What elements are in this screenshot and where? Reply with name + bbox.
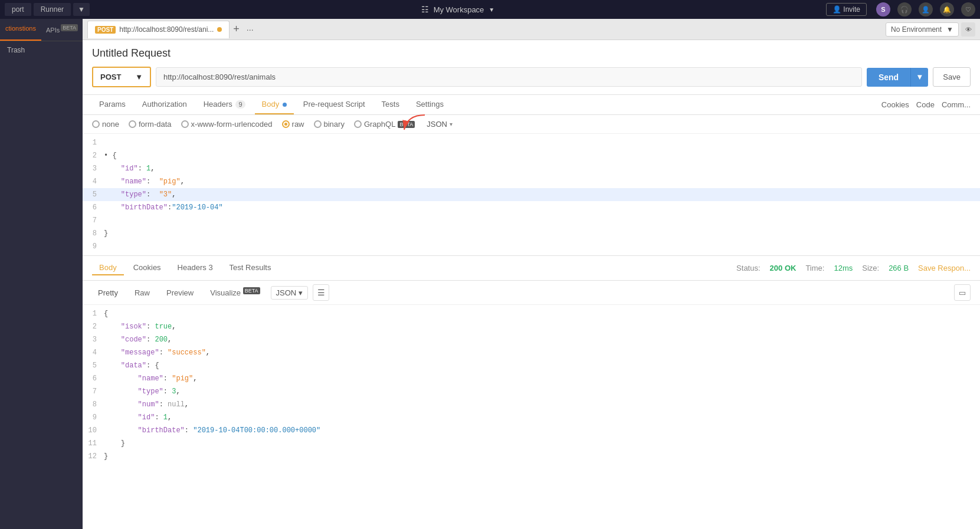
response-header: Body Cookies Headers 3 Test Results Stat… <box>83 256 980 281</box>
resp-line-4: 4 "message": "success", <box>83 346 980 359</box>
code-line-1: 1 <box>83 136 980 149</box>
response-status: Status: 200 OK Time: 12ms Size: 266 B Sa… <box>736 264 971 272</box>
time-label: Time: <box>805 264 824 272</box>
cookies-link[interactable]: Cookies <box>881 100 909 109</box>
send-button[interactable]: Send <box>867 68 910 87</box>
env-dropdown[interactable]: No Environment ▼ <box>886 22 959 37</box>
main-content: POST http://localhost:8090/rest/ani... +… <box>83 19 980 529</box>
graphql-beta-badge: BETA <box>398 121 415 128</box>
resp-tab-body[interactable]: Body <box>92 261 124 275</box>
response-tabs: Body Cookies Headers 3 Test Results <box>92 261 278 275</box>
invite-button[interactable]: 👤 Invite <box>826 3 867 16</box>
request-area: Untitled Request POST ▼ Send ▼ Save <box>83 40 980 95</box>
unsaved-dot <box>217 27 222 32</box>
size-value: 266 B <box>889 264 909 272</box>
heart-icon[interactable]: ♡ <box>961 2 975 17</box>
request-tabs: Params Authorization Headers 9 Body Pre-… <box>83 95 980 115</box>
code-link[interactable]: Code <box>916 100 935 109</box>
resp-tab-cookies[interactable]: Cookies <box>126 261 168 275</box>
resp-format-lines-button[interactable]: ☰ <box>313 284 329 301</box>
env-label: No Environment <box>891 25 942 34</box>
resp-line-5: 5 "data": { <box>83 359 980 372</box>
resp-line-1: 1 { <box>83 307 980 320</box>
resp-line-9: 9 "id": 1, <box>83 411 980 424</box>
sidebar-tabs: ctionstions APIsBETA <box>0 19 83 41</box>
headers-count: 9 <box>235 100 245 109</box>
code-line-2: 2 • { <box>83 149 980 162</box>
resp-headers-count: 3 <box>208 263 212 272</box>
navbar-tab-runner[interactable]: Runner <box>34 3 71 16</box>
resp-tab-headers[interactable]: Headers 3 <box>171 261 220 275</box>
resp-line-11: 11 } <box>83 437 980 450</box>
resp-line-6: 6 "name": "pig", <box>83 372 980 385</box>
resp-format-select[interactable]: JSON ▾ <box>271 286 309 300</box>
resp-line-2: 2 "isok": true, <box>83 320 980 333</box>
request-tab[interactable]: POST http://localhost:8090/rest/ani... <box>87 21 230 38</box>
resp-tab-test-results[interactable]: Test Results <box>222 261 278 275</box>
tab-body[interactable]: Body <box>255 95 294 114</box>
environment-selector[interactable]: No Environment ▼ 👁 <box>886 22 975 37</box>
user-avatar[interactable]: S <box>876 2 890 17</box>
code-line-4: 4 "name": "pig", <box>83 175 980 188</box>
sidebar: ctionstions APIsBETA Trash <box>0 19 83 529</box>
resp-view-preview[interactable]: Preview <box>160 286 199 300</box>
url-bar: POST ▼ Send ▼ Save <box>92 67 971 87</box>
tab-authorization[interactable]: Authorization <box>135 95 194 114</box>
save-response-button[interactable]: Save Respon... <box>918 264 971 272</box>
radio-raw-circle <box>282 120 290 128</box>
send-dropdown-button[interactable]: ▼ <box>910 68 928 87</box>
navbar-tab-report[interactable]: port <box>5 3 31 16</box>
radio-graphql[interactable]: GraphQL BETA <box>354 120 415 129</box>
request-code-editor[interactable]: 1 2 • { 3 "id": 1, 4 "name": "pig", 5 "t… <box>83 134 980 256</box>
sidebar-tab-apis[interactable]: APIsBETA <box>41 19 83 41</box>
code-line-9: 9 <box>83 240 980 253</box>
code-line-3: 3 "id": 1, <box>83 162 980 175</box>
tab-tests[interactable]: Tests <box>375 95 407 114</box>
sidebar-tab-collections[interactable]: ctionstions <box>0 19 41 41</box>
navbar-more-btn[interactable]: ▼ <box>73 3 90 16</box>
navbar-icons: S 🎧 👤 🔔 ♡ <box>876 2 975 17</box>
method-badge: POST <box>95 26 116 34</box>
more-tabs-button[interactable]: ··· <box>243 25 257 34</box>
resp-view-raw[interactable]: Raw <box>129 286 156 300</box>
navbar-workspace: ☷ My Workspace ▼ <box>421 5 495 14</box>
tab-url: http://localhost:8090/rest/ani... <box>119 25 214 34</box>
tab-pre-request[interactable]: Pre-request Script <box>296 95 372 114</box>
resp-view-visualize[interactable]: Visualize BETA <box>204 285 266 300</box>
chevron-down-icon: ▼ <box>946 25 953 34</box>
resp-line-12: 12 } <box>83 450 980 463</box>
status-value: 200 OK <box>770 264 797 272</box>
save-button[interactable]: Save <box>933 67 971 87</box>
json-format-select[interactable]: JSON ▾ <box>427 120 453 129</box>
radio-none[interactable]: none <box>92 120 119 129</box>
bell-icon[interactable]: 🔔 <box>940 2 954 17</box>
headphones-icon[interactable]: 🎧 <box>897 2 912 17</box>
tab-params[interactable]: Params <box>92 95 133 114</box>
radio-raw[interactable]: raw <box>282 120 304 129</box>
navbar: port Runner ▼ ☷ My Workspace ▼ 👤 Invite … <box>0 0 980 19</box>
req-tab-right: Cookies Code Comm... <box>881 100 971 109</box>
method-select[interactable]: POST ▼ <box>92 67 151 87</box>
radio-form-data[interactable]: form-data <box>129 120 172 129</box>
radio-binary[interactable]: binary <box>314 120 345 129</box>
body-options: none form-data x-www-form-urlencoded raw… <box>83 115 980 134</box>
time-value: 12ms <box>834 264 853 272</box>
resp-expand-button[interactable]: ▭ <box>954 284 971 301</box>
radio-urlencoded[interactable]: x-www-form-urlencoded <box>181 120 273 129</box>
format-label: JSON <box>427 120 447 129</box>
tab-bar: POST http://localhost:8090/rest/ani... +… <box>83 19 980 40</box>
radio-urlencoded-circle <box>181 120 189 128</box>
status-label: Status: <box>736 264 760 272</box>
add-tab-button[interactable]: + <box>230 23 243 35</box>
sidebar-item-trash[interactable]: Trash <box>0 41 83 59</box>
resp-view-pretty[interactable]: Pretty <box>92 286 124 300</box>
format-chevron-icon: ▾ <box>450 121 453 127</box>
env-eye-icon[interactable]: 👁 <box>961 22 975 37</box>
response-view-tabs: Pretty Raw Preview Visualize BETA JSON ▾… <box>83 281 980 305</box>
url-input[interactable] <box>156 67 862 87</box>
tab-settings[interactable]: Settings <box>409 95 451 114</box>
person-icon[interactable]: 👤 <box>919 2 933 17</box>
tab-headers[interactable]: Headers 9 <box>196 95 253 114</box>
response-code-editor: 1 { 2 "isok": true, 3 "code": 200, 4 "me… <box>83 305 980 529</box>
comments-link[interactable]: Comm... <box>942 100 971 109</box>
